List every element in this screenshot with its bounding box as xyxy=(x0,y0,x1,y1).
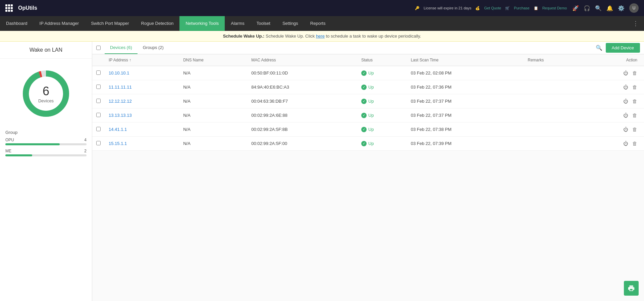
delete-button-5[interactable]: 🗑 xyxy=(631,140,639,147)
row-ip-2: 12.12.12.12 xyxy=(105,94,179,108)
nav-more-icon[interactable]: ⋮ xyxy=(627,16,644,31)
delete-button-1[interactable]: 🗑 xyxy=(631,84,639,91)
group-bar-me xyxy=(5,154,32,156)
navbar: Dashboard IP Address Manager Switch Port… xyxy=(0,16,644,31)
request-demo-link[interactable]: Request Demo xyxy=(542,6,567,10)
row-status-0: ✓ Up xyxy=(357,66,407,80)
row-dns-4: N/A xyxy=(179,122,247,137)
get-quote-link[interactable]: Get Quote xyxy=(484,6,501,10)
row-checkbox-cell xyxy=(92,137,105,151)
table-row: 11.11.11.11 N/A 84:9A:40:E6:BC:A3 ✓ Up 0… xyxy=(92,80,644,94)
row-checkbox-3[interactable] xyxy=(96,113,101,117)
row-action-1: ⏻ 🗑 xyxy=(582,80,644,94)
delete-button-2[interactable]: 🗑 xyxy=(631,98,639,105)
group-bar-bg-opu xyxy=(5,143,87,145)
purchase-link[interactable]: Purchase xyxy=(514,6,529,10)
row-status-2: ✓ Up xyxy=(357,94,407,108)
row-checkbox-cell xyxy=(92,66,105,80)
group-count-opu: 4 xyxy=(84,138,87,142)
group-bar-bg-me xyxy=(5,154,87,156)
group-row-me: ME 2 xyxy=(5,149,87,156)
nav-networking-tools[interactable]: Networking Tools xyxy=(179,16,225,31)
search-button[interactable]: 🔍 xyxy=(592,43,606,53)
row-status-4: ✓ Up xyxy=(357,122,407,137)
row-ip-1: 11.11.11.11 xyxy=(105,80,179,94)
search-icon[interactable]: 🔍 xyxy=(595,5,602,11)
row-action-5: ⏻ 🗑 xyxy=(582,137,644,151)
tab-groups[interactable]: Groups (2) xyxy=(138,42,169,54)
row-remarks-0 xyxy=(524,66,582,80)
wake-button-1[interactable]: ⏻ xyxy=(622,84,630,91)
row-dns-2: N/A xyxy=(179,94,247,108)
row-action-2: ⏻ 🗑 xyxy=(582,94,644,108)
nav-ip-address-manager[interactable]: IP Address Manager xyxy=(34,16,85,31)
wake-button-5[interactable]: ⏻ xyxy=(622,140,630,147)
donut-label: Devices xyxy=(38,98,54,103)
delete-button-0[interactable]: 🗑 xyxy=(631,69,639,77)
row-checkbox-2[interactable] xyxy=(96,99,101,103)
delete-button-3[interactable]: 🗑 xyxy=(631,112,639,119)
tabs-bar: Devices (6) Groups (2) 🔍 Add Device xyxy=(92,42,644,54)
fab-button[interactable] xyxy=(624,281,639,296)
row-mac-1: 84:9A:40:E6:BC:A3 xyxy=(247,80,357,94)
nav-alarms[interactable]: Alarms xyxy=(225,16,250,31)
get-quote-icon: 💰 xyxy=(475,6,480,10)
wake-button-3[interactable]: ⏻ xyxy=(622,112,630,119)
devices-table: IP Address ↑ DNS Name MAC Address Status… xyxy=(92,54,644,151)
row-last-scan-4: 03 Feb 22, 07:38 PM xyxy=(407,122,524,137)
group-name-me: ME xyxy=(5,149,11,153)
nav-dashboard[interactable]: Dashboard xyxy=(0,16,34,31)
schedule-banner: Schedule Wake Up.: Schedule Wake Up. Cli… xyxy=(0,31,644,42)
row-dns-5: N/A xyxy=(179,137,247,151)
nav-switch-port-mapper[interactable]: Switch Port Mapper xyxy=(85,16,135,31)
row-last-scan-1: 03 Feb 22, 07:36 PM xyxy=(407,80,524,94)
header-action: Action xyxy=(582,54,644,66)
table-row: 10.10.10.1 N/A 00:50:BF:00:11:0D ✓ Up 03… xyxy=(92,66,644,80)
row-ip-4: 14.41.1.1 xyxy=(105,122,179,137)
settings-icon[interactable]: ⚙️ xyxy=(618,5,625,11)
row-status-1: ✓ Up xyxy=(357,80,407,94)
row-checkbox-1[interactable] xyxy=(96,85,101,89)
row-action-3: ⏻ 🗑 xyxy=(582,108,644,122)
add-device-button[interactable]: Add Device xyxy=(606,43,640,53)
row-action-4: ⏻ 🗑 xyxy=(582,122,644,137)
nav-toolset[interactable]: Toolset xyxy=(251,16,276,31)
wake-button-0[interactable]: ⏻ xyxy=(622,69,630,77)
main-panel: Devices (6) Groups (2) 🔍 Add Device IP A… xyxy=(92,42,644,301)
app-name: OpUtils xyxy=(18,5,37,11)
notification-icon[interactable]: 🔔 xyxy=(606,5,613,11)
tab-devices[interactable]: Devices (6) xyxy=(105,42,138,54)
nav-rogue-detection[interactable]: Rogue Detection xyxy=(135,16,180,31)
banner-link[interactable]: here xyxy=(316,34,325,39)
wake-button-4[interactable]: ⏻ xyxy=(622,126,630,133)
row-status-3: ✓ Up xyxy=(357,108,407,122)
content-area: Wake on LAN 6 Devices Group xyxy=(0,42,644,301)
group-section-title: Group xyxy=(5,126,87,138)
row-checkbox-4[interactable] xyxy=(96,127,101,131)
donut-count: 6 xyxy=(38,84,54,98)
request-demo-icon: 📋 xyxy=(534,6,538,10)
row-checkbox-cell xyxy=(92,122,105,137)
headset-icon[interactable]: 🎧 xyxy=(584,5,590,11)
group-row-opu: OPU 4 xyxy=(5,138,87,145)
row-remarks-1 xyxy=(524,80,582,94)
rocket-icon[interactable]: 🚀 xyxy=(572,5,579,11)
header-mac: MAC Address xyxy=(247,54,357,66)
app-logo: OpUtils xyxy=(5,4,37,12)
row-last-scan-0: 03 Feb 22, 02:08 PM xyxy=(407,66,524,80)
row-remarks-2 xyxy=(524,94,582,108)
row-checkbox-cell xyxy=(92,80,105,94)
header-last-scan: Last Scan Time xyxy=(407,54,524,66)
select-all-checkbox[interactable] xyxy=(96,46,101,50)
row-checkbox-5[interactable] xyxy=(96,141,101,145)
avatar[interactable]: U xyxy=(629,3,639,13)
row-checkbox-0[interactable] xyxy=(96,70,101,75)
row-checkbox-cell xyxy=(92,108,105,122)
donut-container: 6 Devices xyxy=(0,59,92,126)
delete-button-4[interactable]: 🗑 xyxy=(631,126,639,133)
nav-settings[interactable]: Settings xyxy=(276,16,304,31)
row-ip-5: 15.15.1.1 xyxy=(105,137,179,151)
banner-bold: Schedule Wake Up.: xyxy=(223,34,265,39)
nav-reports[interactable]: Reports xyxy=(304,16,332,31)
wake-button-2[interactable]: ⏻ xyxy=(622,98,630,105)
